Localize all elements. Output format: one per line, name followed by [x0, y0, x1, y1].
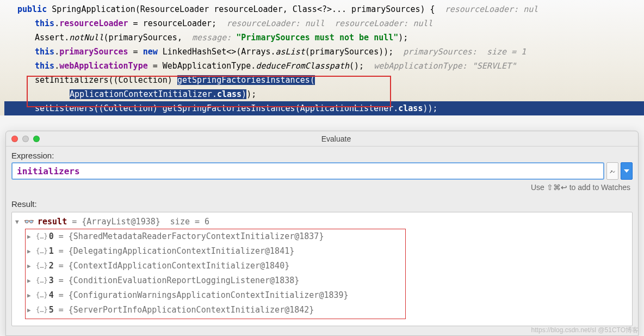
inline-hint: resourceLoader: null: [335, 19, 433, 28]
class-assert: Assert: [35, 33, 64, 42]
method-notNull: notNull: [69, 33, 103, 42]
keyword-new: new: [143, 47, 158, 57]
item-value: = {ContextIdApplicationContextInitialize…: [54, 259, 295, 273]
after: );: [246, 89, 256, 99]
collapse-arrow-icon[interactable]: ▼: [15, 215, 21, 229]
minimize-icon[interactable]: [22, 136, 29, 142]
rest: (primarySources));: [305, 47, 394, 57]
field-resourceLoader: resourceLoader: [59, 19, 128, 28]
code-line: ApplicationContextInitializer.class));: [4, 87, 644, 101]
object-icon: {…}: [36, 273, 48, 288]
assign: =: [128, 47, 143, 57]
field-webAppType: webApplicationType: [59, 61, 148, 71]
shortcut-hint: Use ⇧⌘↩ to add to Watches: [6, 182, 638, 195]
expand-icon[interactable]: ↗↙: [606, 162, 618, 180]
string-literal: "PrimarySources must not be null": [236, 33, 398, 42]
expression-label: Expression:: [6, 146, 638, 162]
watch-icon: 👓: [24, 215, 34, 229]
result-item[interactable]: ▶{…} 1 = {DelegatingApplicationContextIn…: [12, 244, 632, 259]
result-item[interactable]: ▶{…} 2 = {ContextIdApplicationContextIni…: [12, 259, 632, 273]
result-item[interactable]: ▶{…} 3 = {ConditionEvaluationReportLoggi…: [12, 273, 632, 288]
inline-hint: resourceLoader: null: [226, 19, 325, 28]
code-line: Assert.notNull(primarySources, message: …: [4, 30, 644, 45]
item-value: = {ConfigurationWarningsApplicationConte…: [54, 288, 354, 303]
close: ();: [349, 61, 364, 71]
history-dropdown[interactable]: [621, 162, 633, 180]
method-deduce: deduceFromClasspath: [256, 61, 349, 71]
object-icon: {…}: [36, 244, 48, 259]
object-icon: {…}: [36, 303, 48, 317]
result-item[interactable]: ▶{…} 5 = {ServerPortInfoApplicationConte…: [12, 303, 632, 317]
code-line: setInitializers((Collection) getSpringFa…: [4, 73, 644, 87]
index: 4: [49, 288, 54, 303]
result-label: Result:: [6, 195, 638, 211]
inline-hint: primarySources:: [403, 47, 476, 57]
close-icon[interactable]: [11, 136, 18, 142]
traffic-lights: [11, 136, 40, 142]
assign: = WebApplicationType.: [148, 61, 256, 71]
expression-input[interactable]: [11, 162, 604, 180]
expand-arrow-icon[interactable]: ▶: [27, 229, 33, 244]
assign-text: = resourceLoader;: [128, 19, 217, 28]
selected-expr: ApplicationContextInitializer.class): [70, 89, 246, 99]
inline-hint: size = 1: [487, 47, 526, 57]
index: 2: [49, 259, 54, 273]
code-line: this.webApplicationType = WebApplication…: [4, 59, 644, 73]
keyword-this: this: [35, 61, 54, 71]
code-line: this.primarySources = new LinkedHashSet<…: [4, 45, 644, 59]
object-icon: {…}: [36, 259, 48, 273]
var-name: result: [38, 215, 67, 229]
inline-hint: resourceLoader: nul: [445, 4, 538, 14]
args-open: (primarySources,: [103, 33, 187, 42]
result-root[interactable]: ▼👓result = {ArrayList@1938} size = 6: [12, 215, 632, 229]
expand-arrow-icon[interactable]: ▶: [27, 244, 33, 259]
close: );: [398, 33, 408, 42]
selected-expr: getSpringFactoriesInstances(: [177, 75, 315, 85]
index: 1: [49, 244, 54, 259]
keyword-this: this: [35, 47, 54, 57]
ctor-name: SpringApplication: [52, 4, 135, 14]
chevron-down-icon: [624, 169, 629, 173]
keyword-this: this: [35, 19, 54, 28]
expand-arrow-icon[interactable]: ▶: [27, 288, 33, 303]
field-primarySources: primarySources: [59, 47, 128, 57]
expand-arrow-icon[interactable]: ▶: [27, 273, 33, 288]
titlebar[interactable]: Evaluate: [6, 131, 638, 146]
execution-point: setListeners((Collection) getSpringFacto…: [4, 101, 644, 115]
code-line: public SpringApplication(ResourceLoader …: [4, 2, 644, 16]
result-item[interactable]: ▶{…} 0 = {SharedMetadataReaderFactoryCon…: [12, 229, 632, 244]
expand-arrow-icon[interactable]: ▶: [27, 259, 33, 273]
index: 0: [49, 229, 54, 244]
pre-text: setInitializers((Collection): [35, 75, 177, 85]
object-icon: {…}: [36, 288, 48, 303]
index: 3: [49, 273, 54, 288]
evaluate-window: Evaluate Expression: ↗↙ Use ⇧⌘↩ to add t…: [5, 131, 639, 336]
inline-hint: webApplicationType: "SERVLET": [374, 61, 516, 71]
expand-arrow-icon[interactable]: ▶: [27, 303, 33, 317]
result-tree[interactable]: ▼👓result = {ArrayList@1938} size = 6 ▶{……: [11, 212, 633, 326]
item-value: = {ConditionEvaluationReportLoggingListe…: [54, 273, 305, 288]
params: (ResourceLoader resourceLoader, Class<?>…: [135, 4, 435, 14]
window-title: Evaluate: [40, 135, 633, 143]
item-value: = {SharedMetadataReaderFactoryContextIni…: [54, 229, 329, 244]
result-item[interactable]: ▶{…} 4 = {ConfigurationWarningsApplicati…: [12, 288, 632, 303]
keyword-public: public: [17, 4, 47, 14]
method-asList: asList: [276, 47, 305, 57]
code-editor[interactable]: public SpringApplication(ResourceLoader …: [0, 0, 644, 115]
code-line: this.resourceLoader = resourceLoader; re…: [4, 16, 644, 30]
item-value: = {DelegatingApplicationContextInitializ…: [54, 244, 300, 259]
type-linked: LinkedHashSet<>(Arrays.: [158, 47, 276, 57]
param-label: message:: [192, 33, 231, 42]
object-icon: {…}: [36, 229, 48, 244]
item-value: = {ServerPortInfoApplicationContextIniti…: [54, 303, 319, 317]
watermark: https://blog.csdn.net/sl @51CTO博客: [531, 326, 639, 335]
maximize-icon[interactable]: [33, 136, 40, 142]
index: 5: [49, 303, 54, 317]
var-value: = {ArrayList@1938} size = 6: [67, 215, 209, 229]
